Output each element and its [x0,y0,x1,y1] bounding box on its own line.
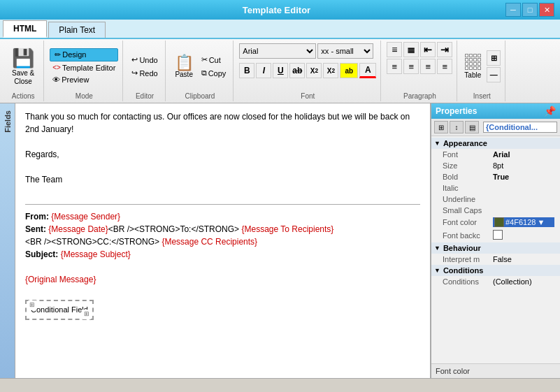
copy-button[interactable]: ⧉ Copy [199,67,229,79]
preview-icon: 👁 [52,75,60,84]
props-sort-btn1[interactable]: ⊞ [434,121,448,133]
appearance-section-header[interactable]: ▼ Appearance [431,138,560,149]
properties-header: Properties 📌 [431,103,560,119]
design-icon: ✏ [55,50,61,59]
close-button[interactable]: ✕ [539,3,554,17]
minimize-button[interactable]: ─ [505,3,521,17]
decrease-indent-button[interactable]: ⇤ [420,42,436,57]
prop-fontcolor-label: Font color [443,218,493,226]
maximize-button[interactable]: □ [522,3,538,17]
properties-toolbar: ⊞ ↕ ▤ {Conditional... [431,119,560,136]
editor-area[interactable]: Thank you so much for contacting us. Our… [15,103,431,378]
superscript-button[interactable]: X2 [323,63,338,78]
prop-fontcolor-row[interactable]: Font color #4F6128 ▼ [431,216,560,228]
properties-selected-item: {Conditional... [483,122,557,133]
font-family-select[interactable]: Arial [239,43,316,59]
paste-label: Paste [175,71,193,78]
source-button[interactable]: <> Template Editor [50,62,118,73]
insert-group: Table ⊞ — Insert [459,41,505,101]
bold-button[interactable]: B [239,63,254,78]
fontcolor-hex: #4F6128 [505,218,536,226]
ordered-list-button[interactable]: ≣ [403,42,419,57]
insert-extra-btn1[interactable]: ⊞ [487,50,501,66]
undo-button[interactable]: ↩ Undo [129,54,160,66]
tab-plaintext[interactable]: Plain Text [48,22,106,38]
template-var-subject: {Message Subject} [61,249,131,259]
conditions-triangle: ▼ [434,267,440,274]
conditional-field-block: ⊞ Conditional Field ⊞ [25,300,94,320]
prop-font-label: Font [443,150,493,159]
prop-fontback-row[interactable]: Font backc [431,228,560,242]
properties-content: ▼ Appearance Font Arial Size 8pt Bold Tr… [431,136,560,363]
italic-button[interactable]: I [256,63,271,78]
mode-group: ✏ Design <> Template Editor 👁 Preview Mo… [45,41,123,101]
editor-paragraph-sent: Sent: {Message Date}<BR /><STRONG>To:</S… [25,223,420,235]
tab-bar: HTML Plain Text [0,20,560,39]
prop-bold-value: True [493,173,554,181]
clipboard-group: 📋 Paste ✂ Cut ⧉ Copy Clipboard [167,41,234,101]
clipboard-label: Clipboard [185,92,215,100]
prop-conditions-label: Conditions [443,277,493,286]
status-bar [0,378,560,392]
prop-conditions-row: Conditions (Collection) [431,276,560,287]
design-button[interactable]: ✏ Design [50,48,118,61]
unordered-list-button[interactable]: ≡ [387,42,402,57]
copy-label: Copy [208,69,227,78]
fontcolor-dropdown-icon[interactable]: ▼ [537,218,545,226]
table-button[interactable]: Table [463,52,482,80]
template-var-date: {Message Date} [48,224,108,234]
editor-paragraph-subject: Subject: {Message Subject} [25,248,420,261]
properties-panel: Properties 📌 ⊞ ↕ ▤ {Conditional... ▼ App… [431,103,560,378]
tab-html[interactable]: HTML [3,20,47,38]
editor-paragraph-original: {Original Message} [25,273,420,286]
properties-pin-icon[interactable]: 📌 [544,106,556,117]
redo-button[interactable]: ↪ Redo [129,67,160,79]
conditional-field-text: Conditional Field [31,305,88,314]
prop-fontback-value [493,230,554,241]
increase-indent-button[interactable]: ⇥ [437,42,452,57]
prop-interpret-label: Interpret m [443,255,493,263]
window-controls: ─ □ ✕ [505,3,554,17]
fontback-swatch [493,230,503,240]
align-left-button[interactable]: ≡ [387,59,402,74]
save-close-label: Save &Close [12,69,34,86]
strikethrough-button[interactable]: ab [289,63,305,78]
prop-italic-label: Italic [443,184,493,192]
behaviour-label: Behaviour [443,244,481,252]
font-color-button[interactable]: A [359,63,376,78]
prop-smallcaps-row: Small Caps [431,205,560,216]
insert-extra-btn2[interactable]: — [487,67,501,82]
font-size-select[interactable]: xx - small x-small small medium large [317,43,373,59]
behaviour-triangle: ▼ [434,245,440,252]
subscript-button[interactable]: X2 [306,63,322,78]
conditions-section-header[interactable]: ▼ Conditions [431,265,560,276]
align-center-button[interactable]: ≡ [403,59,419,74]
prop-font-row: Font Arial [431,149,560,160]
template-var-sender: {Message Sender} [51,212,120,222]
appearance-triangle: ▼ [434,140,440,147]
editor-paragraph-from: From: {Message Sender} [25,210,420,223]
fields-strip[interactable]: Fields [0,103,15,378]
paste-button[interactable]: 📋 Paste [171,53,197,80]
align-right-button[interactable]: ≡ [420,59,436,74]
highlight-button[interactable]: ab [340,63,358,78]
editor-content[interactable]: Thank you so much for contacting us. Our… [25,110,420,321]
prop-conditions-value: (Collection) [493,277,554,286]
props-sort-btn2[interactable]: ↕ [450,121,464,133]
paragraph-label: Paragraph [403,92,436,100]
behaviour-section-header[interactable]: ▼ Behaviour [431,242,560,254]
template-var-to: {Message To Recipients} [241,224,333,234]
props-cat-btn[interactable]: ▤ [465,121,479,133]
save-close-button[interactable]: 💾 Save &Close [7,44,39,89]
preview-button[interactable]: 👁 Preview [50,74,118,85]
conditions-label: Conditions [443,266,483,275]
cut-button[interactable]: ✂ Cut [199,54,229,66]
conditional-field-end: ⊞ [82,310,91,319]
fontcolor-swatch [494,217,504,227]
align-justify-button[interactable]: ≡ [437,59,452,74]
preview-label: Preview [62,75,89,84]
prop-interpret-value: False [493,255,554,263]
prop-fontcolor-value[interactable]: #4F6128 ▼ [493,217,554,227]
editor-group: ↩ Undo ↪ Redo Editor [124,41,165,101]
underline-button[interactable]: U [273,63,288,78]
